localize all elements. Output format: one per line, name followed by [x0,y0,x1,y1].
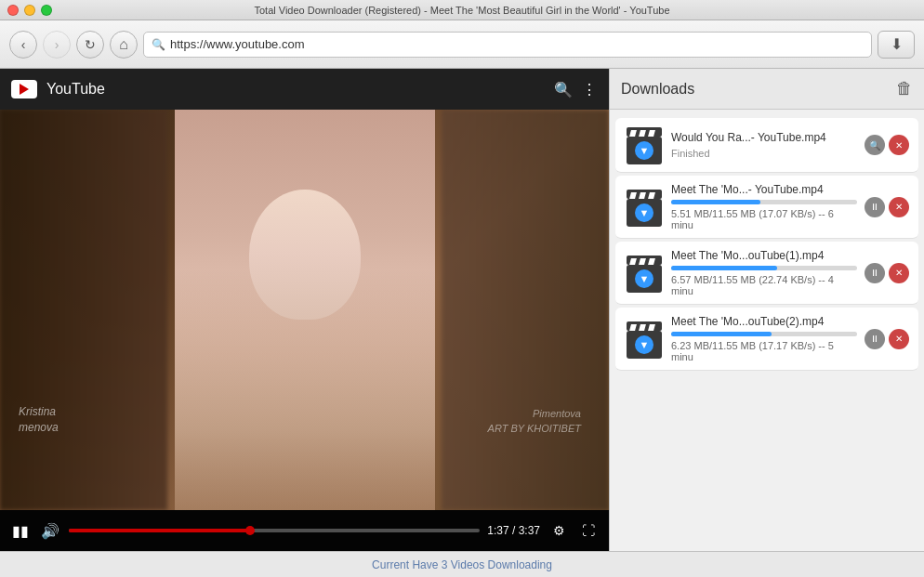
clapper-top [627,256,662,265]
clapper-top [627,321,662,331]
magnify-button[interactable]: 🔍 [865,135,885,155]
main-content: YouTube 🔍 ⋮ Kristina menova [0,69,924,551]
back-button[interactable]: ‹ [9,31,37,59]
clapper-top [627,190,662,199]
home-button[interactable]: ⌂ [110,31,138,59]
download-actions: ⏸ ✕ [865,197,909,217]
clapper-icon: ▼ [625,254,664,293]
clapper-body: ▼ [627,331,662,359]
watermark-left: Kristina menova [19,404,59,436]
clapper-icon: ▼ [625,320,664,359]
youtube-menu-icon[interactable]: ⋮ [582,81,598,98]
clapper-stripe [648,130,655,137]
address-text: https://www.youtube.com [170,37,305,51]
download-progress-bar [671,332,857,336]
play-pause-button[interactable]: ▮▮ [9,519,32,542]
download-button[interactable]: ⬇ [878,31,915,59]
download-status: 5.51 MB/11.55 MB (17.07 KB/s) -- 6 minu [671,208,857,230]
status-bar: Current Have 3 Videos Downloading [0,551,924,577]
clapper-stripe [629,258,637,265]
video-background: Kristina menova Pimentova ART BY KHOITIB… [0,110,609,510]
youtube-play-icon [20,84,29,95]
downloads-title: Downloads [621,81,694,98]
pause-button[interactable]: ⏸ [865,263,885,283]
time-display: 1:37 / 3:37 [487,524,540,537]
progress-thumb [245,526,255,535]
download-status: 6.57 MB/11.55 MB (22.74 KB/s) -- 4 minu [671,274,857,296]
clapper-icon: ▼ [625,125,664,164]
download-actions: 🔍 ✕ [865,135,909,155]
toolbar: ‹ › ↻ ⌂ 🔍 https://www.youtube.com ⬇ [0,20,924,69]
remove-button[interactable]: ✕ [889,135,909,155]
youtube-brand: YouTube [46,81,545,98]
clapper-stripe [629,130,637,137]
volume-button[interactable]: 🔊 [39,519,61,542]
download-info: Meet The 'Mo...- YouTube.mp4 5.51 MB/11.… [671,183,857,230]
download-progress-fill [671,200,760,204]
clapper-body: ▼ [627,265,662,293]
video-controls: ▮▮ 🔊 1:37 / 3:37 ⚙ ⛶ [0,510,609,551]
clapper-top [627,127,662,137]
download-filename: Meet The 'Mo...ouTube(2).mp4 [671,315,857,328]
clapper-stripe [629,192,637,199]
download-filename: Would You Ra...- YouTube.mp4 [671,131,857,144]
download-progress-fill [671,332,772,336]
clapper-stripe [648,192,655,199]
settings-button[interactable]: ⚙ [548,519,570,542]
video-container[interactable]: Kristina menova Pimentova ART BY KHOITIB… [0,110,609,510]
progress-bar[interactable] [69,529,480,532]
minimize-button[interactable] [24,5,35,16]
window-title: Total Video Downloader (Registered) - Me… [254,5,669,16]
title-bar: Total Video Downloader (Registered) - Me… [0,0,924,20]
clapper-stripe [639,258,646,265]
address-bar[interactable]: 🔍 https://www.youtube.com [143,32,872,58]
face-area [249,190,361,320]
clapper-stripe [648,258,655,265]
portrait-center [175,110,435,510]
forward-button[interactable]: › [43,31,71,59]
remove-button[interactable]: ✕ [889,263,909,283]
download-status: 6.23 MB/11.55 MB (17.17 KB/s) -- 5 minu [671,340,857,362]
download-info: Would You Ra...- YouTube.mp4 Finished [671,131,857,159]
reload-button[interactable]: ↻ [76,31,104,59]
close-button[interactable] [7,5,19,16]
download-filename: Meet The 'Mo...- YouTube.mp4 [671,183,857,196]
download-progress-fill [671,266,777,270]
search-icon: 🔍 [152,38,165,51]
window-controls [7,5,52,16]
remove-button[interactable]: ✕ [889,197,909,217]
download-item: ▼ Meet The 'Mo...ouTube(1).mp4 6.57 MB/1… [615,242,918,305]
youtube-search-icon[interactable]: 🔍 [554,81,573,98]
clapper-stripe [629,324,637,331]
video-panel: YouTube 🔍 ⋮ Kristina menova [0,69,609,551]
clapper-body: ▼ [627,137,662,164]
trash-icon[interactable]: 🗑 [896,79,913,98]
bg-left-figure [0,110,167,510]
download-status: Finished [671,148,857,159]
download-filename: Meet The 'Mo...ouTube(1).mp4 [671,249,857,262]
remove-button[interactable]: ✕ [889,329,909,349]
download-arrow-icon: ▼ [635,203,653,222]
clapper-stripe [648,324,655,331]
download-info: Meet The 'Mo...ouTube(2).mp4 6.23 MB/11.… [671,315,857,362]
maximize-button[interactable] [41,5,52,16]
pause-button[interactable]: ⏸ [865,329,885,349]
pause-button[interactable]: ⏸ [865,197,885,217]
download-arrow-icon: ▼ [635,141,653,160]
download-arrow-icon: ▼ [635,269,653,288]
download-item: ▼ Meet The 'Mo...- YouTube.mp4 5.51 MB/1… [615,176,918,239]
clapper-stripe [639,324,646,331]
fullscreen-button[interactable]: ⛶ [577,519,600,542]
clapper-stripe [639,130,646,137]
progress-fill [69,529,250,532]
download-progress-bar [671,200,857,204]
downloads-panel: Downloads 🗑 ▼ Would You Ra...- YouT [609,69,924,551]
youtube-logo [11,80,37,98]
clapper-icon: ▼ [625,188,664,227]
downloads-header: Downloads 🗑 [610,69,924,110]
download-list: ▼ Would You Ra...- YouTube.mp4 Finished … [610,110,924,551]
download-progress-bar [671,266,857,270]
status-text: Current Have 3 Videos Downloading [372,558,552,571]
download-item: ▼ Would You Ra...- YouTube.mp4 Finished … [615,118,918,173]
bg-right-figure [442,110,609,510]
